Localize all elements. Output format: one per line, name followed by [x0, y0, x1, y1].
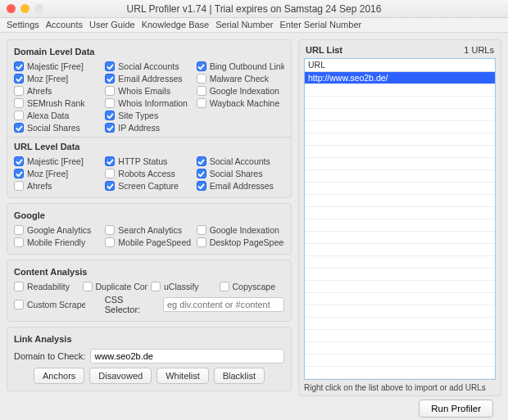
checkbox-social-accounts[interactable]: Social Accounts: [105, 61, 193, 71]
anchors-button[interactable]: Anchors: [34, 368, 84, 384]
checkbox-email-addresses[interactable]: Email Addresses: [105, 74, 193, 84]
checkbox-wayback-machine[interactable]: Wayback Machine: [197, 98, 284, 108]
url-list-title: URL List: [306, 45, 342, 55]
css-selector-label: CSS Selector:: [105, 295, 158, 314]
panel-content-analysis: Content Analysis ReadabilityDuplicate Co…: [7, 260, 292, 322]
run-profiler-button[interactable]: Run Profiler: [419, 400, 493, 418]
panel-title: Domain Level Data: [14, 47, 284, 56]
checkbox-ahrefs[interactable]: Ahrefs: [14, 181, 102, 191]
checkbox-ip-address[interactable]: IP Address: [105, 123, 193, 133]
checkbox-desktop-pagespeed[interactable]: Desktop PageSpeed: [197, 237, 284, 247]
checkbox-malware-check[interactable]: Malware Check: [197, 74, 284, 84]
domain-check-label: Domain to Check:: [14, 351, 85, 361]
checkbox-bing-outbound-links[interactable]: Bing Outbound Links: [197, 61, 284, 71]
checkbox-mobile-friendly[interactable]: Mobile Friendly: [14, 237, 102, 247]
checkbox-search-analytics[interactable]: Search Analytics: [105, 225, 193, 235]
panel-title: Google: [14, 210, 284, 220]
checkbox-ahrefs[interactable]: Ahrefs: [14, 86, 102, 96]
checkbox-http-status[interactable]: HTTP Status: [105, 156, 193, 166]
checkbox-copyscape[interactable]: Copyscape: [220, 282, 285, 291]
checkbox-duplicate-content[interactable]: Duplicate Content: [83, 282, 148, 291]
whitelist-button[interactable]: Whitelist: [156, 368, 209, 384]
checkbox-custom-scraper[interactable]: Custom Scraper: [14, 300, 85, 309]
panel-title: Link Analysis: [14, 334, 284, 344]
url-list-count: 1 URLs: [464, 45, 494, 55]
url-list-row[interactable]: http://www.seo2b.de/: [305, 72, 495, 84]
checkbox-google-analytics[interactable]: Google Analytics: [14, 225, 102, 235]
checkbox-robots-access[interactable]: Robots Access: [105, 169, 193, 178]
checkbox-majestic-free-[interactable]: Majestic [Free]: [14, 61, 102, 71]
blacklist-button[interactable]: Blacklist: [214, 368, 265, 384]
checkbox-google-indexation[interactable]: Google Indexation: [197, 225, 284, 235]
css-selector-input[interactable]: [163, 297, 284, 312]
checkbox-email-addresses[interactable]: Email Addresses: [197, 181, 284, 191]
checkbox-site-types[interactable]: Site Types: [105, 111, 193, 120]
checkbox-google-indexation[interactable]: Google Indexation: [197, 86, 284, 96]
disavowed-button[interactable]: Disavowed: [89, 368, 152, 384]
checkbox-readability[interactable]: Readability: [14, 282, 79, 291]
url-list-box[interactable]: URL http://www.seo2b.de/: [304, 58, 496, 380]
checkbox-semrush-rank[interactable]: SEMrush Rank: [14, 98, 102, 108]
checkbox-social-accounts[interactable]: Social Accounts: [197, 156, 284, 166]
checkbox-whois-emails[interactable]: Whois Emails: [105, 86, 193, 96]
menu-user-guide[interactable]: User Guide: [89, 20, 135, 30]
checkbox-moz-free-[interactable]: Moz [Free]: [14, 74, 102, 84]
menu-settings[interactable]: Settings: [7, 20, 39, 30]
domain-check-input[interactable]: [90, 349, 284, 364]
checkbox-majestic-free-[interactable]: Majestic [Free]: [14, 156, 102, 166]
menu-accounts[interactable]: Accounts: [46, 20, 83, 30]
menu-serial-number[interactable]: Serial Number: [215, 20, 273, 30]
checkbox-social-shares[interactable]: Social Shares: [197, 169, 284, 178]
panel-title: URL Level Data: [14, 142, 284, 151]
panel-link-analysis: Link Analysis Domain to Check: Anchors D…: [7, 327, 292, 391]
checkbox-mobile-pagespeed[interactable]: Mobile PageSpeed: [105, 237, 193, 247]
menubar: Settings Accounts User Guide Knowledge B…: [0, 18, 508, 33]
panel-url-list: URL List 1 URLs URL http://www.seo2b.de/…: [298, 39, 501, 396]
window-title: URL Profiler v1.74 | Trial expires on Sa…: [0, 3, 508, 15]
menu-knowledge-base[interactable]: Knowledge Base: [142, 20, 210, 30]
checkbox-uclassify[interactable]: uClassify: [151, 282, 216, 291]
panel-domain-level: Domain Level Data Majestic [Free]Social …: [7, 39, 292, 198]
panel-title: Content Analysis: [14, 267, 284, 277]
url-list-hint: Right click on the list above to import …: [304, 383, 496, 392]
url-list-header: URL: [305, 59, 495, 72]
checkbox-social-shares[interactable]: Social Shares: [14, 123, 102, 133]
panel-google: Google Google AnalyticsSearch AnalyticsG…: [7, 203, 292, 255]
checkbox-whois-information[interactable]: Whois Information: [105, 98, 193, 108]
checkbox-moz-free-[interactable]: Moz [Free]: [14, 169, 102, 178]
checkbox-screen-capture[interactable]: Screen Capture: [105, 181, 193, 191]
checkbox-alexa-data[interactable]: Alexa Data: [14, 111, 102, 120]
titlebar: URL Profiler v1.74 | Trial expires on Sa…: [0, 0, 508, 18]
menu-enter-serial[interactable]: Enter Serial Number: [280, 20, 362, 30]
